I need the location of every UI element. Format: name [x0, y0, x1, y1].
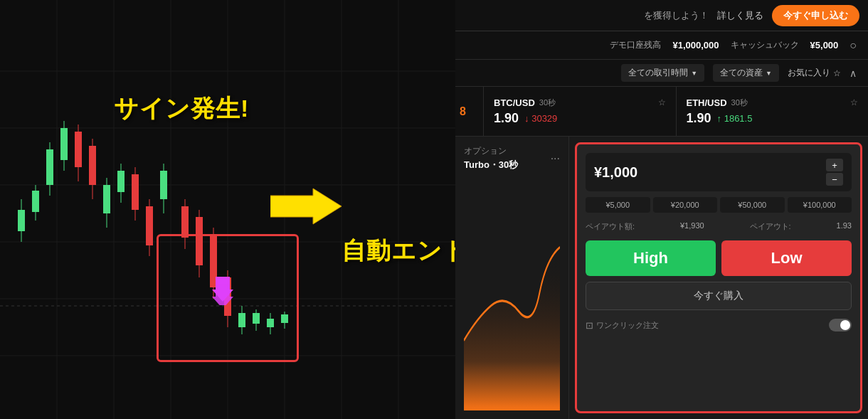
svg-rect-34 [146, 206, 153, 245]
high-button[interactable]: High [586, 240, 716, 276]
eth-asset-card[interactable]: ETH/USD 30秒 ☆ 1.90 ↑ 1861.5 [677, 87, 869, 136]
low-button[interactable]: Low [721, 240, 852, 276]
hl-buttons: High Low [586, 240, 852, 276]
asset-filter-button[interactable]: 全ての資産 ▼ [713, 64, 779, 82]
payout-label: ペイアウト額: [586, 221, 635, 232]
options-header: オプション Turbo・30秒 ··· [464, 145, 560, 171]
star-icon: ☆ [833, 68, 841, 78]
svg-rect-32 [132, 174, 139, 210]
one-click-toggle[interactable] [829, 319, 852, 332]
cashback-value: ¥5,000 [810, 40, 839, 51]
amount-controls: + − [826, 159, 843, 186]
amount-plus-button[interactable]: + [826, 159, 843, 171]
payout-row: ペイアウト額: ¥1,930 ペイアウト: 1.93 [586, 218, 852, 235]
svg-rect-38 [181, 206, 189, 238]
asset-card-partial: 8 [455, 87, 484, 136]
chevron-down-icon: ▼ [766, 70, 772, 77]
filter-bar: 全ての取引時間 ▼ 全ての資産 ▼ お気に入り ☆ ∧ [455, 60, 868, 87]
eth-price: 1.90 [687, 111, 711, 126]
arrow-markers [212, 277, 233, 305]
time-filter-button[interactable]: 全ての取引時間 ▼ [621, 64, 704, 82]
svg-rect-20 [46, 149, 53, 185]
detail-button[interactable]: 詳しく見る [717, 9, 763, 22]
top-banner: を獲得しよう！ 詳しく見る 今すぐ申し込む [455, 0, 868, 31]
amount-row: ¥1,000 + − [586, 153, 852, 191]
svg-rect-18 [32, 191, 39, 212]
option-label: オプション [464, 145, 518, 157]
favorite-button[interactable]: お気に入り ☆ [788, 67, 841, 79]
account-balance: ¥1,000,000 [672, 40, 719, 51]
svg-rect-24 [75, 132, 82, 167]
svg-rect-22 [60, 128, 68, 160]
btc-time: 30秒 [539, 97, 556, 108]
payout-label2: ペイアウト: [750, 221, 791, 232]
partial-number: 8 [460, 105, 479, 118]
eth-change: ↑ 1861.5 [717, 113, 753, 124]
chart-area: サイン発生! 自動エントリー！ [0, 0, 455, 419]
cashback-label: キャッシュバック [731, 39, 799, 51]
svg-rect-36 [160, 171, 167, 199]
eth-star-icon: ☆ [850, 97, 858, 107]
trading-ui: を獲得しよう！ 詳しく見る 今すぐ申し込む デモ口座残高 ¥1,000,000 … [455, 0, 868, 419]
btc-asset-card[interactable]: BTC/USD 30秒 ☆ 1.90 ↓ 30329 [484, 87, 677, 136]
quick-amounts: ¥5,000 ¥20,000 ¥50,000 ¥100,000 [586, 197, 852, 213]
btc-price: 1.90 [494, 111, 519, 126]
svg-marker-55 [212, 284, 233, 305]
option-value: Turbo・30秒 [464, 159, 518, 171]
svg-marker-53 [270, 189, 342, 224]
sign-label: サイン発生! [114, 92, 249, 125]
btc-change: ↓ 30329 [524, 113, 557, 124]
toggle-knob [840, 320, 850, 330]
svg-rect-26 [89, 146, 96, 185]
auto-entry-label: 自動エントリー！ [342, 235, 455, 267]
one-click-label: ⊡ ワンクリック注文 [586, 320, 659, 331]
one-click-icon: ⊡ [586, 320, 593, 331]
options-panel: オプション Turbo・30秒 ··· [455, 137, 569, 419]
quick-amount-4[interactable]: ¥100,000 [788, 197, 852, 213]
arrow-right [270, 185, 342, 230]
trading-panel: ¥1,000 + − ¥5,000 ¥20,000 ¥50,000 ¥100,0… [575, 142, 862, 413]
amount-value: ¥1,000 [594, 164, 637, 181]
payout-value: ¥1,930 [680, 221, 704, 232]
eth-name: ETH/USD [687, 97, 727, 108]
svg-rect-28 [103, 185, 110, 213]
svg-rect-30 [117, 171, 125, 192]
btc-star-icon: ☆ [658, 97, 666, 107]
quick-amount-2[interactable]: ¥20,000 [653, 197, 718, 213]
chevron-down-icon: ▼ [691, 70, 697, 77]
one-click-row: ⊡ ワンクリック注文 [586, 316, 852, 334]
banner-text: を獲得しよう！ [644, 9, 709, 22]
more-options-icon[interactable]: ··· [551, 152, 560, 165]
eth-time: 30秒 [731, 97, 748, 108]
location-icon[interactable]: ○ [850, 39, 857, 52]
demo-label: デモ口座残高 [610, 39, 661, 51]
btc-name: BTC/USD [494, 97, 535, 108]
assets-row: 8 BTC/USD 30秒 ☆ 1.90 ↓ 30329 ETH/USD 30秒… [455, 87, 868, 137]
collapse-button[interactable]: ∧ [850, 68, 857, 79]
payout-value2: 1.93 [837, 221, 852, 232]
svg-rect-16 [18, 210, 25, 231]
buy-now-button[interactable]: 今すぐ購入 [586, 282, 852, 310]
account-bar: デモ口座残高 ¥1,000,000 キャッシュバック ¥5,000 ○ [455, 31, 868, 60]
amount-minus-button[interactable]: − [826, 173, 843, 186]
main-content: オプション Turbo・30秒 ··· [455, 137, 868, 419]
quick-amount-1[interactable]: ¥5,000 [586, 197, 650, 213]
apply-button[interactable]: 今すぐ申し込む [772, 5, 859, 26]
quick-amount-3[interactable]: ¥50,000 [720, 197, 785, 213]
